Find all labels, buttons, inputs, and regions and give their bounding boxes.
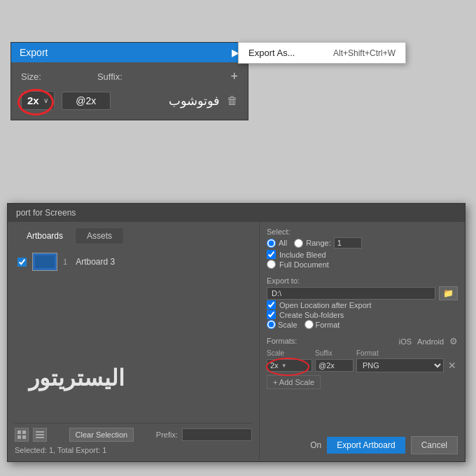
format-toggle[interactable]: Format	[304, 320, 340, 329]
artboard-list: 1 Artboard 3	[15, 250, 252, 423]
right-panel: Select: All Range: Include Bleed	[260, 222, 465, 460]
arabic-suffix-text: فوتوشوب	[118, 93, 220, 108]
dialog-title: port for Screens	[16, 208, 76, 218]
prefix-row: Prefix:	[156, 428, 252, 441]
svg-rect-6	[36, 437, 44, 438]
size-value: 2x	[27, 94, 39, 106]
artboard-number: 1	[63, 258, 67, 266]
add-scale-button[interactable]: + Add Scale	[267, 375, 321, 389]
export-to-section: Export to: 📁 Open Location after Export …	[267, 276, 458, 329]
all-radio[interactable]: All	[267, 239, 287, 248]
svg-rect-0	[18, 430, 21, 434]
chevron-down-icon: ∨	[43, 97, 48, 104]
path-row: 📁	[267, 286, 458, 300]
format-select[interactable]: PNG	[356, 358, 444, 372]
full-document-row: Full Document	[267, 260, 458, 269]
range-radio[interactable]: Range:	[294, 237, 361, 248]
range-input[interactable]	[334, 237, 362, 248]
dialog-titlebar: port for Screens	[8, 204, 465, 222]
clear-selection-button[interactable]: Clear Selection	[69, 428, 134, 442]
size-suffix-panel: Size: Suffix: + 2x ∨ @2x فوتوشوب 🗑	[11, 62, 248, 120]
export-path-input[interactable]	[267, 287, 435, 300]
full-document-radio[interactable]	[267, 260, 276, 269]
include-bleed-label: Include Bleed	[279, 251, 326, 259]
add-size-button[interactable]: +	[230, 69, 238, 84]
prefix-label: Prefix:	[156, 430, 178, 439]
open-location-row: Open Location after Export	[267, 300, 458, 309]
export-menu-panel: Export ▶ Size: Suffix: + 2x ∨ @2x فوتوشو…	[10, 42, 248, 120]
status-text: Selected: 1, Total Export: 1	[15, 446, 252, 454]
artboard-item: 1 Artboard 3	[15, 250, 252, 274]
full-document-label: Full Document	[279, 260, 329, 269]
export-as-menu-item[interactable]: Export As... Alt+Shift+Ctrl+W	[239, 43, 405, 63]
prefix-input[interactable]	[182, 428, 252, 441]
svg-rect-5	[36, 434, 44, 435]
export-menu-item[interactable]: Export ▶	[11, 43, 248, 62]
size-suffix-header: Size: Suffix: +	[21, 69, 238, 84]
svg-rect-3	[22, 435, 26, 439]
ios-android-row: iOS Android ⚙	[399, 336, 458, 346]
scale-value-formats: 2x	[270, 361, 279, 370]
export-as-label: Export As...	[248, 48, 295, 58]
scale-toggle[interactable]: Scale	[267, 320, 298, 329]
android-label: Android	[417, 337, 444, 346]
suffix-col-header: Suffix	[315, 349, 354, 357]
remove-scale-button[interactable]: ✕	[447, 360, 458, 371]
suffix-input[interactable]: @2x	[62, 92, 111, 110]
scale-chevron-icon: ▼	[281, 363, 287, 369]
dialog-body: Artboards Assets 1 Artboard 3 اليستريتور	[8, 222, 465, 460]
include-bleed-checkbox[interactable]	[267, 250, 276, 259]
left-panel: Artboards Assets 1 Artboard 3 اليستريتور	[8, 222, 260, 460]
artboard-thumbnail	[32, 253, 57, 271]
export-label: Export	[20, 47, 48, 58]
tab-assets[interactable]: Assets	[75, 227, 124, 244]
export-for-screens-dialog: port for Screens Artboards Assets 1	[7, 203, 465, 462]
list-view-icon[interactable]	[33, 428, 47, 442]
export-artboard-button[interactable]: Export Artboard	[327, 437, 405, 454]
create-subfolders-checkbox[interactable]	[267, 310, 276, 319]
svg-rect-2	[18, 435, 21, 439]
on-label: On	[310, 440, 321, 450]
select-section: Select: All Range: Include Bleed	[267, 227, 458, 270]
scale-format-toggle: Scale Format	[267, 320, 458, 329]
scale-dropdown-formats[interactable]: 2x ▼	[267, 359, 312, 372]
include-bleed-row: Include Bleed	[267, 250, 458, 259]
browse-folder-button[interactable]: 📁	[439, 286, 458, 300]
grid-icons	[15, 428, 47, 442]
delete-size-button[interactable]: 🗑	[227, 94, 238, 107]
open-location-checkbox[interactable]	[267, 300, 276, 309]
size-row: 2x ∨ @2x فوتوشوب 🗑	[21, 91, 238, 110]
context-menu: Export As... Alt+Shift+Ctrl+W	[238, 42, 406, 64]
ios-label: iOS	[399, 337, 412, 346]
artboard-thumb-inner	[35, 255, 55, 268]
open-location-label: Open Location after Export	[279, 301, 371, 309]
suffix-label: Suffix:	[97, 71, 122, 82]
suffix-field-formats[interactable]	[315, 359, 354, 372]
grid-view-icon[interactable]	[15, 428, 29, 442]
svg-rect-4	[36, 431, 44, 433]
tab-bar: Artboards Assets	[15, 227, 252, 244]
svg-rect-1	[22, 430, 26, 434]
cancel-button[interactable]: Cancel	[411, 436, 458, 454]
scale-col-header: Scale	[267, 349, 312, 357]
select-radio-row: All Range:	[267, 237, 458, 248]
formats-col-headers: Scale Suffix Format	[267, 349, 458, 357]
export-as-shortcut: Alt+Shift+Ctrl+W	[333, 48, 396, 58]
formats-label: Formats:	[267, 337, 297, 345]
create-subfolders-label: Create Sub-folders	[279, 311, 344, 319]
tab-artboards[interactable]: Artboards	[15, 227, 75, 244]
artboard-name: Artboard 3	[76, 257, 115, 267]
size-label: Size:	[21, 71, 41, 82]
formats-section: Formats: iOS Android ⚙ Scale Suffix Form…	[267, 336, 458, 389]
artboard-checkbox[interactable]	[18, 258, 27, 267]
export-to-label: Export to:	[267, 276, 458, 285]
gear-icon[interactable]: ⚙	[449, 336, 458, 346]
size-dropdown[interactable]: 2x ∨	[21, 91, 55, 110]
create-subfolders-row: Create Sub-folders	[267, 310, 458, 319]
format-col-header: Format	[356, 349, 458, 357]
select-label: Select:	[267, 227, 458, 236]
formats-header-row: Formats: iOS Android ⚙	[267, 336, 458, 346]
left-bottom-bar: Clear Selection Prefix: Selected: 1, Tot…	[15, 423, 252, 454]
format-row: 2x ▼ PNG ✕	[267, 358, 458, 372]
